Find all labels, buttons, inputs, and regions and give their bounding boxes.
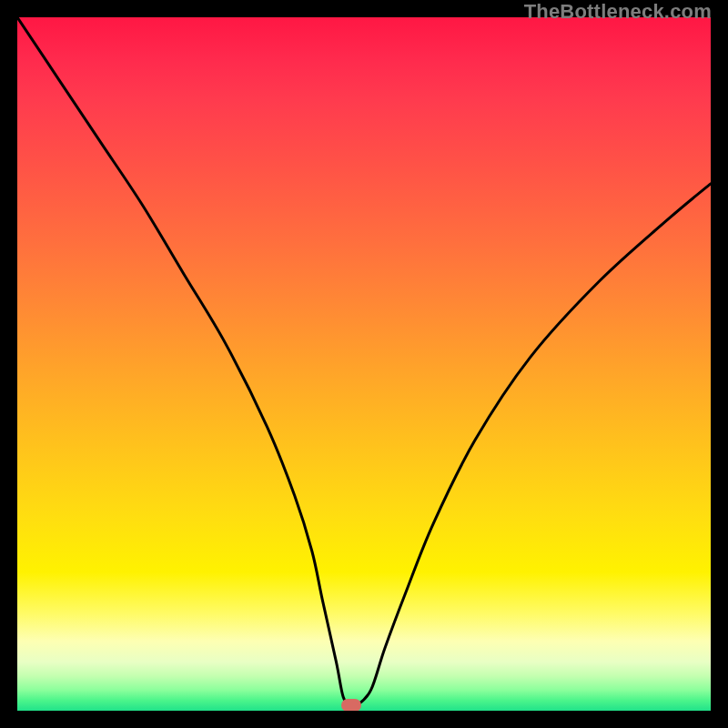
bottleneck-curve bbox=[17, 17, 711, 707]
chart-frame: TheBottleneck.com bbox=[0, 0, 728, 728]
plot-area bbox=[17, 17, 711, 711]
optimal-point-marker bbox=[341, 699, 361, 711]
watermark-text: TheBottleneck.com bbox=[524, 0, 712, 24]
curve-layer bbox=[17, 17, 711, 711]
